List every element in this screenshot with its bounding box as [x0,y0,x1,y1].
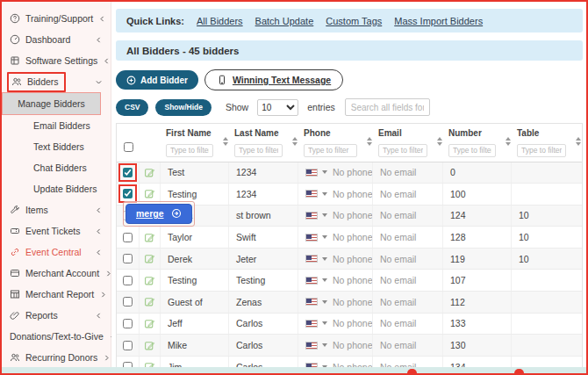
edit-bidder-icon[interactable] [144,275,155,286]
grid-icon [10,55,21,67]
flag-caret-icon[interactable] [322,257,327,261]
edit-bidder-icon[interactable] [144,232,155,243]
add-bidder-button[interactable]: Add Bidder [116,70,198,90]
row-checkbox[interactable] [123,233,133,242]
sort-icon[interactable] [437,137,442,146]
us-flag-icon[interactable] [305,342,318,350]
sidebar-item-text-bidders[interactable]: Text Bidders [2,136,111,157]
number-cell: 112 [443,292,512,313]
row-checkbox[interactable] [123,341,133,350]
column-header-last-name: Last Name [229,126,298,157]
us-flag-icon[interactable] [305,169,318,177]
chevron-left-icon [95,206,103,214]
sidebar-item-label: Items [25,205,48,215]
sort-icon[interactable] [506,137,511,146]
winning-text-message-button[interactable]: Winning Text Message [204,69,343,90]
sidebar-item-bidders[interactable]: Bidders [2,71,111,92]
edit-column-header [140,126,161,157]
quick-link-batch-update[interactable]: Batch Update [255,16,314,26]
row-checkbox[interactable] [123,189,133,198]
edit-bidder-icon[interactable] [144,318,155,329]
chevron-left-icon [98,15,106,23]
flag-caret-icon[interactable] [322,213,327,217]
column-header-label: Phone [304,128,368,138]
row-checkbox[interactable] [123,276,133,285]
select-all-checkbox[interactable] [124,142,133,152]
wrench-icon [10,205,21,216]
merge-button[interactable]: merge [125,204,192,224]
app-window: Training/Support Dashboard Software Sett… [0,0,588,375]
sidebar-item-merchant-account[interactable]: Merchant Account [2,263,111,284]
sidebar-item-reports[interactable]: Reports [2,305,111,326]
us-flag-icon[interactable] [305,320,318,328]
sidebar-item-items[interactable]: Items [2,199,111,220]
column-header-email: Email [373,126,443,157]
sidebar-item-manage-bidders[interactable]: Manage Bidders [2,92,101,115]
flag-caret-icon[interactable] [322,321,327,325]
sidebar-item-label: Email Bidders [33,120,90,131]
search-input[interactable] [345,98,430,116]
us-flag-icon[interactable] [305,277,318,285]
quick-link-custom-tags[interactable]: Custom Tags [326,16,382,26]
chevron-left-icon [103,57,111,65]
column-filter-input[interactable] [517,144,566,157]
us-flag-icon[interactable] [305,212,318,220]
flag-caret-icon[interactable] [322,300,327,304]
chevron-left-icon [95,312,103,320]
sidebar-item-update-bidders[interactable]: Update Bidders [2,178,111,199]
sidebar-item-software-settings[interactable]: Software Settings [2,50,111,71]
sidebar-item-donations-text-to-give[interactable]: Donations/Text-to-Give [2,326,111,347]
edit-bidder-icon[interactable] [144,167,155,178]
quick-link-mass-import-bidders[interactable]: Mass Import Bidders [394,16,483,26]
quick-link-all-bidders[interactable]: All Bidders [197,16,243,26]
us-flag-icon[interactable] [305,298,318,306]
row-checkbox[interactable] [123,254,133,263]
flag-caret-icon[interactable] [322,235,327,239]
email-cell: No email [373,206,443,227]
email-cell: No email [373,270,443,291]
flag-caret-icon[interactable] [322,343,327,347]
column-header-phone: Phone [298,126,373,157]
first-name-cell: Testing [161,270,229,291]
edit-bidder-icon[interactable] [144,188,155,199]
column-filter-input[interactable] [166,144,213,157]
sidebar-item-label: Recurring Donors [25,352,97,363]
us-flag-icon[interactable] [305,234,318,242]
sidebar-item-email-bidders[interactable]: Email Bidders [2,115,111,136]
last-name-cell: 1234 [229,162,298,184]
entries-select[interactable]: 10 [257,99,298,116]
row-checkbox[interactable] [123,168,133,177]
edit-bidder-icon[interactable] [144,296,155,307]
sidebar-item-merchant-report[interactable]: Merchant Report [2,284,111,305]
email-cell: No email [373,335,443,356]
sort-icon[interactable] [223,137,228,146]
last-name-cell: 1234 [229,184,298,205]
edit-bidder-icon[interactable] [144,340,155,351]
sidebar-item-dashboard[interactable]: Dashboard [2,29,111,50]
sidebar-item-chat-bidders[interactable]: Chat Bidders [2,157,111,178]
row-checkbox[interactable] [123,297,133,306]
sidebar-item-event-central[interactable]: Event Central [2,242,111,263]
sidebar-item-recurring-donors[interactable]: Recurring Donors [2,347,111,368]
flag-caret-icon[interactable] [322,192,327,196]
sort-icon[interactable] [292,137,298,146]
flag-caret-icon[interactable] [322,170,327,174]
row-checkbox[interactable] [123,319,133,328]
column-filter-input[interactable] [448,144,496,157]
quick-links-bar: Quick Links: All Bidders Batch Update Cu… [116,9,583,32]
sidebar-item-event-tickets[interactable]: Event Tickets [2,220,111,242]
us-flag-icon[interactable] [305,190,318,198]
sort-icon[interactable] [367,137,372,146]
csv-button[interactable]: CSV [116,99,148,116]
red-dot-artifact [514,369,524,373]
column-filter-input[interactable] [234,144,283,157]
sort-icon[interactable] [576,137,581,146]
sidebar-item-training-support[interactable]: Training/Support [2,8,111,29]
flag-caret-icon[interactable] [322,278,327,282]
us-flag-icon[interactable] [305,255,318,263]
column-filter-input[interactable] [304,144,357,157]
show-hide-button[interactable]: Show/Hide [155,99,211,116]
column-filter-input[interactable] [378,144,427,157]
number-cell: 124 [443,206,512,227]
edit-bidder-icon[interactable] [144,253,155,264]
